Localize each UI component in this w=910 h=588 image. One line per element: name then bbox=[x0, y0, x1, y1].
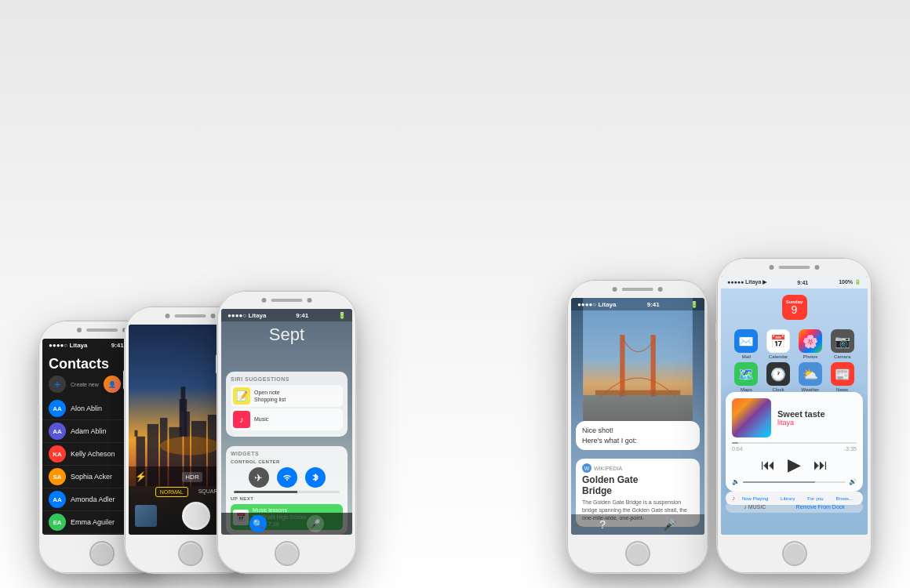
siri-suggestions-panel: SIRI SUGGESTIONS 📝 Open noteShopping lis… bbox=[226, 372, 348, 437]
speaker bbox=[779, 266, 810, 269]
carrier-signal: ●●●●○ Litaya bbox=[577, 301, 617, 308]
contact-avatar: AA bbox=[49, 400, 66, 417]
note-suggestion[interactable]: 📝 Open noteShopping list bbox=[231, 385, 343, 407]
remove-from-dock-button[interactable]: Remove From Dock bbox=[796, 504, 845, 510]
now-playing-bar: ♪ Now Playing Library For you Brows... bbox=[726, 492, 863, 505]
ios-status-bar: ●●●●● Litaya ▶ 9:41 100% 🔋 bbox=[721, 276, 868, 289]
front-camera bbox=[815, 265, 820, 270]
brightness-slider[interactable] bbox=[234, 491, 340, 493]
airplane-mode-button[interactable]: ✈ bbox=[249, 467, 269, 488]
music-dock-label: MUSIC bbox=[748, 504, 766, 510]
music-info: Sweet taste litaya bbox=[777, 398, 825, 437]
phone-top-bar bbox=[748, 265, 840, 270]
status-time: 9:41 bbox=[647, 301, 660, 308]
rewind-button[interactable]: ⏮ bbox=[761, 457, 775, 474]
search-button[interactable]: 🔍 bbox=[249, 515, 267, 532]
camera-app-icon[interactable]: 📷 Camera bbox=[828, 329, 857, 359]
library-tab[interactable]: Library bbox=[781, 496, 795, 501]
album-art bbox=[732, 398, 771, 437]
battery-full: 100% 🔋 bbox=[839, 279, 861, 285]
volume-high-icon: 🔊 bbox=[849, 478, 857, 485]
notes-icon: 📝 bbox=[233, 387, 250, 405]
contact-avatar: KA bbox=[49, 445, 66, 463]
wifi-button[interactable] bbox=[277, 467, 297, 488]
control-center-row: ✈ bbox=[231, 467, 343, 488]
add-contact-button[interactable]: + bbox=[49, 376, 66, 393]
camera-dot bbox=[770, 265, 774, 270]
svg-rect-18 bbox=[620, 335, 624, 397]
phone-spotlight: ●●●●○ Litaya 9:41 🔋 bbox=[568, 281, 708, 572]
app-grid: ✉️ Mail 📅 Calendar 🌸 Photos bbox=[726, 325, 863, 397]
weather-app-icon[interactable]: ⛅ Weather bbox=[796, 362, 825, 392]
battery-status: 🔋 bbox=[338, 312, 346, 319]
calendar-icon-img: 📅 bbox=[766, 329, 790, 353]
music-player-overlay: Sweet taste litaya 0:04 -3:35 bbox=[726, 392, 863, 492]
music-suggestion-text: Music bbox=[254, 416, 268, 423]
hdr-button[interactable]: HDR bbox=[182, 472, 202, 482]
play-button[interactable]: ▶ bbox=[788, 455, 801, 475]
date-display: Sept bbox=[221, 325, 352, 345]
calendar-app-icon[interactable]: 📅 Calendar bbox=[764, 329, 793, 359]
progress-bar[interactable]: 0:04 -3:35 bbox=[732, 442, 857, 452]
volume-track[interactable] bbox=[743, 481, 846, 483]
progress-fill bbox=[732, 442, 738, 444]
camera-dot bbox=[262, 298, 267, 303]
siri-bottom-bar: 🔍 🎤 bbox=[221, 513, 352, 535]
contact-avatar: AA bbox=[49, 423, 66, 440]
chat-bubble: Nice shot!Here's what I got: bbox=[576, 421, 700, 450]
phone-music: ●●●●● Litaya ▶ 9:41 100% 🔋 Sunday 9 bbox=[718, 259, 871, 572]
music-dock-item[interactable]: ♪ MUSIC bbox=[744, 504, 766, 510]
home-button[interactable] bbox=[178, 541, 203, 566]
mic-button[interactable]: 🎤 bbox=[307, 515, 324, 532]
svg-point-14 bbox=[160, 437, 220, 456]
svg-rect-21 bbox=[583, 395, 693, 421]
contact-name: Amonda Adler bbox=[71, 495, 115, 503]
svg-rect-2 bbox=[135, 430, 138, 437]
power-button bbox=[355, 362, 358, 394]
siri-status-bar: ●●●●○ Litaya 9:41 🔋 bbox=[221, 309, 352, 321]
thumbnail-preview[interactable] bbox=[135, 505, 157, 527]
status-time: 9:41 bbox=[296, 312, 308, 319]
home-button[interactable] bbox=[89, 541, 115, 566]
music-suggestion[interactable]: ♪ Music bbox=[231, 408, 343, 430]
home-button[interactable] bbox=[275, 541, 300, 566]
power-button bbox=[871, 329, 873, 361]
date-text: Sept bbox=[221, 325, 352, 345]
spotlight-app: ●●●●○ Litaya 9:41 🔋 bbox=[571, 298, 704, 535]
up-next-label: UP NEXT bbox=[231, 496, 343, 501]
mail-app-icon[interactable]: ✉️ Mail bbox=[732, 329, 761, 359]
home-button[interactable] bbox=[782, 541, 807, 566]
music-note-icon: ♪ bbox=[732, 495, 735, 502]
fast-forward-button[interactable]: ⏭ bbox=[814, 457, 828, 474]
contact-name: Sophia Acker bbox=[71, 473, 112, 481]
photos-app-icon[interactable]: 🌸 Photos bbox=[796, 329, 825, 359]
spotlight-bottom-bar: ? 🎤 bbox=[571, 514, 704, 535]
svg-rect-13 bbox=[180, 399, 187, 437]
artist-name: litaya bbox=[777, 419, 825, 426]
home-button[interactable] bbox=[625, 541, 650, 566]
mail-icon-img: ✉️ bbox=[734, 329, 758, 353]
browse-tab[interactable]: Brows... bbox=[835, 496, 853, 501]
now-playing-tab[interactable]: Now Playing bbox=[742, 496, 768, 501]
clock-app-icon[interactable]: 🕐 Clock bbox=[764, 362, 793, 392]
shutter-button[interactable] bbox=[182, 502, 210, 530]
question-icon[interactable]: ? bbox=[599, 518, 606, 531]
microphone-icon[interactable]: 🎤 bbox=[663, 518, 676, 531]
photos-app-label: Photos bbox=[803, 354, 818, 359]
time-row: 0:04 -3:35 bbox=[732, 446, 857, 452]
news-app-icon[interactable]: 📰 News bbox=[828, 362, 857, 392]
create-new-label: Create new bbox=[71, 382, 99, 387]
maps-app-icon[interactable]: 🗺️ Maps bbox=[732, 362, 761, 392]
calendar-app-label: Calendar bbox=[769, 354, 788, 359]
progress-track bbox=[732, 442, 857, 444]
flash-icon[interactable]: ⚡ bbox=[135, 471, 147, 482]
now-playing-tabs: Now Playing Library For you Brows... bbox=[738, 496, 857, 501]
for-you-tab[interactable]: For you bbox=[807, 496, 823, 501]
mode-normal[interactable]: NORMAL bbox=[155, 487, 188, 497]
contact-name: Emma Aguiler bbox=[71, 518, 115, 526]
bluetooth-button[interactable] bbox=[305, 467, 326, 488]
siri-app: ●●●●○ Litaya 9:41 🔋 Sept SIRI SUGGESTION… bbox=[221, 309, 352, 535]
contact-name: Alon Ablin bbox=[71, 405, 102, 412]
phone-siri: ●●●●○ Litaya 9:41 🔋 Sept SIRI SUGGESTION… bbox=[218, 292, 355, 572]
bridge-image-area bbox=[571, 298, 704, 421]
